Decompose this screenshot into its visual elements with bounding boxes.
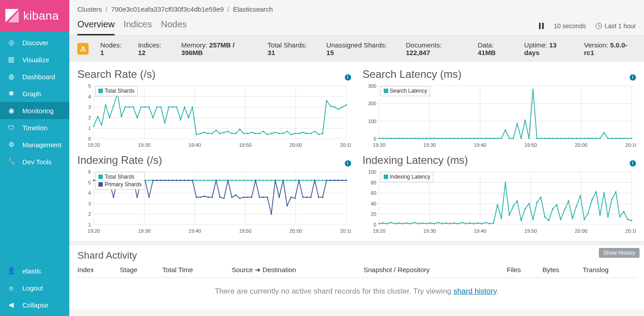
kibana-logo-icon (4, 8, 20, 23)
svg-point-314 (286, 205, 288, 206)
svg-point-80 (306, 133, 307, 134)
svg-point-175 (631, 138, 632, 139)
svg-text:19:50: 19:50 (524, 228, 537, 234)
svg-point-287 (180, 179, 181, 181)
sidebar-item-management[interactable]: ⚙Management (0, 136, 69, 153)
svg-text:60: 60 (371, 190, 376, 196)
svg-text:19:20: 19:20 (373, 228, 385, 234)
svg-point-411 (603, 192, 604, 194)
svg-text:3: 3 (88, 201, 91, 206)
show-history-button[interactable]: Show History (599, 248, 640, 258)
svg-point-285 (172, 179, 174, 181)
svg-text:19:40: 19:40 (474, 142, 486, 148)
svg-point-136 (477, 138, 478, 139)
svg-point-379 (477, 222, 478, 224)
svg-point-163 (583, 138, 585, 139)
svg-point-169 (607, 138, 608, 139)
svg-point-115 (394, 138, 395, 139)
svg-point-227 (199, 179, 201, 181)
svg-point-134 (469, 137, 470, 139)
svg-point-69 (263, 131, 264, 132)
svg-point-237 (239, 179, 240, 181)
svg-point-417 (627, 219, 628, 220)
svg-point-358 (394, 223, 395, 224)
info-icon[interactable]: i (630, 160, 636, 167)
breadcrumb-part[interactable]: Clusters (77, 5, 102, 13)
svg-point-300 (231, 196, 233, 198)
svg-point-38 (140, 107, 142, 108)
svg-point-390 (520, 220, 521, 221)
shard-history-link[interactable]: shard history (453, 287, 496, 295)
breadcrumb-part[interactable]: 790e3c01eafa337cf030f3c4db1e59e9 (111, 5, 224, 13)
refresh-interval[interactable]: 10 seconds (554, 22, 586, 30)
time-range[interactable]: Last 1 hour (596, 22, 636, 30)
svg-point-138 (485, 138, 486, 139)
breadcrumb-part[interactable]: Elasticsearch (233, 5, 273, 13)
svg-point-289 (188, 179, 189, 181)
info-icon[interactable]: i (345, 74, 351, 81)
pause-icon[interactable] (539, 23, 544, 29)
svg-point-114 (390, 138, 391, 139)
stat-total-shards: Total Shards: 31 (267, 41, 314, 56)
sidebar-item-user[interactable]: 👤elastic (0, 262, 69, 279)
svg-point-394 (536, 202, 537, 203)
info-icon[interactable]: i (345, 160, 351, 167)
svg-point-58 (219, 133, 220, 134)
charts-grid: Search Rate (/s)iTotal Shards01234519:20… (69, 62, 644, 241)
tab-overview[interactable]: Overview (77, 17, 114, 35)
sidebar-item-discover[interactable]: ◎Discover (0, 34, 69, 51)
sidebar-item-dashboard[interactable]: ◍Dashboard (0, 68, 69, 85)
svg-point-127 (441, 138, 443, 139)
svg-point-85 (326, 100, 327, 101)
svg-point-72 (275, 132, 276, 133)
svg-point-375 (461, 222, 462, 223)
sidebar-item-label: Monitoring (22, 107, 54, 115)
svg-point-308 (263, 196, 264, 198)
sidebar-item-graph[interactable]: ✱Graph (0, 85, 69, 102)
svg-point-365 (422, 222, 423, 224)
svg-text:19:40: 19:40 (474, 228, 486, 234)
svg-point-162 (579, 138, 580, 139)
sidebar-item-visualize[interactable]: ▥Visualize (0, 51, 69, 68)
svg-point-166 (595, 138, 597, 139)
sidebar-item-logout[interactable]: ⎋Logout (0, 279, 69, 296)
tab-nodes[interactable]: Nodes (161, 17, 187, 35)
sidebar-item-devtools[interactable]: 🔧Dev Tools (0, 153, 69, 170)
svg-point-26 (93, 125, 94, 127)
svg-text:19:20: 19:20 (373, 142, 385, 148)
svg-point-245 (271, 179, 272, 181)
svg-text:40: 40 (371, 201, 376, 206)
svg-point-168 (603, 132, 604, 133)
stat-unassigned: Unassigned Shards: 15 (326, 41, 394, 56)
svg-point-294 (208, 196, 209, 198)
svg-point-416 (623, 211, 624, 212)
shard-header: Snapshot / Repository (364, 266, 507, 274)
svg-point-133 (465, 138, 466, 139)
svg-point-369 (437, 222, 439, 223)
svg-text:19:40: 19:40 (189, 228, 201, 234)
app-logo[interactable]: kibana (0, 0, 69, 31)
svg-point-239 (247, 179, 248, 181)
svg-point-140 (492, 137, 494, 139)
svg-text:19:30: 19:30 (423, 228, 436, 234)
svg-point-366 (425, 223, 427, 224)
svg-point-370 (441, 223, 443, 224)
svg-point-129 (449, 137, 450, 139)
timelion-icon: 🛡 (6, 124, 16, 132)
svg-point-88 (338, 108, 339, 110)
svg-point-247 (279, 179, 280, 181)
graph-icon: ✱ (6, 90, 16, 98)
svg-point-56 (212, 133, 213, 134)
sidebar-item-monitoring[interactable]: ◉Monitoring (0, 102, 69, 119)
svg-point-383 (492, 222, 494, 224)
devtools-icon: 🔧 (6, 158, 16, 166)
tab-indices[interactable]: Indices (123, 17, 152, 35)
svg-point-50 (188, 117, 189, 118)
svg-text:20:10: 20:10 (340, 142, 351, 148)
svg-point-242 (259, 179, 260, 181)
svg-point-295 (212, 196, 213, 198)
sidebar-item-timelion[interactable]: 🛡Timelion (0, 119, 69, 136)
sidebar-item-collapse[interactable]: ◀Collapse (0, 296, 69, 313)
info-icon[interactable]: i (630, 74, 636, 81)
warning-icon[interactable]: ⚠ (77, 43, 89, 55)
